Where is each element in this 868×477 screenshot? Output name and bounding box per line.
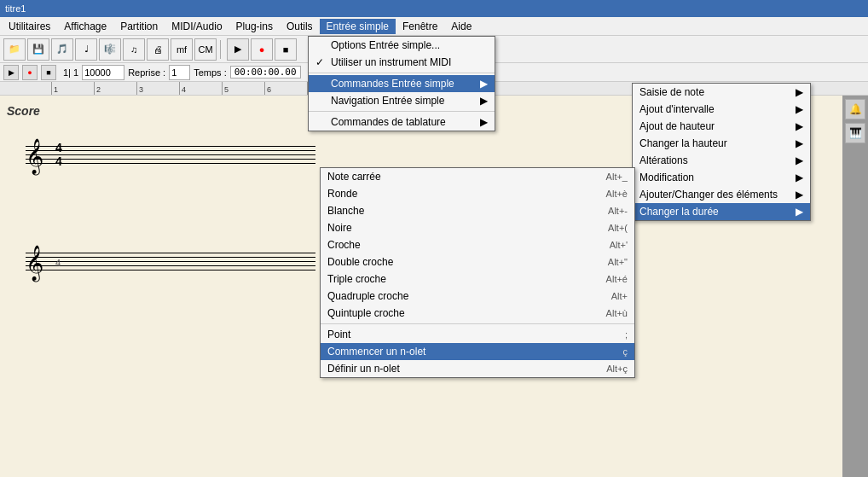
toolbar-btn-8[interactable]: mf <box>171 38 193 61</box>
score-label: Score <box>7 104 40 118</box>
ruler-mark-5: 5 <box>222 82 264 95</box>
sep-1 <box>309 73 495 73</box>
menu-plug-ins[interactable]: Plug-ins <box>229 19 280 34</box>
toolbar-btn-2[interactable]: 💾 <box>27 38 49 61</box>
menu-saisie-note[interactable]: Saisie de note ▶ <box>633 84 810 101</box>
ruler-mark-1: 1 <box>51 82 94 95</box>
temps-label: Temps : <box>194 67 227 78</box>
reprise-label: Reprise : <box>128 67 165 78</box>
menu-triple-croche[interactable]: Triple croche Alt+é <box>321 270 634 288</box>
menu-partition[interactable]: Partition <box>113 19 165 34</box>
menu-changer-duree[interactable]: Changer la durée ▶ <box>633 203 810 220</box>
dropdown-entree-simple: Options Entrée simple... ✓ Utiliser un i… <box>308 36 495 131</box>
menu-commandes-tablature[interactable]: Commandes de tablature ▶ <box>309 113 495 131</box>
arrow-icon-11: ▶ <box>787 206 803 218</box>
menu-commencer-nlet[interactable]: Commencer un n-olet ç <box>321 343 634 360</box>
sep-2 <box>309 111 495 112</box>
arrow-icon-9: ▶ <box>787 172 803 183</box>
menu-blanche[interactable]: Blanche Alt+- <box>321 202 634 219</box>
menu-commandes-entree[interactable]: Commandes Entrée simple ▶ <box>309 75 495 92</box>
menu-bar: Utilitaires Affichage Partition MIDI/Aud… <box>0 17 868 36</box>
ruler-mark-3: 3 <box>136 82 179 95</box>
menu-double-croche[interactable]: Double croche Alt+" <box>321 253 634 270</box>
transport-stop[interactable]: ■ <box>41 65 56 80</box>
menu-utiliser-midi[interactable]: ✓ Utiliser un instrument MIDI <box>309 54 495 71</box>
menu-fenetre[interactable]: Fenêtre <box>396 19 444 34</box>
menu-ajout-hauteur[interactable]: Ajout de hauteur ▶ <box>633 118 810 135</box>
menu-ajouter-changer[interactable]: Ajouter/Changer des éléments ▶ <box>633 186 810 203</box>
toolbar-btn-5[interactable]: 🎼 <box>99 38 121 61</box>
measure-input[interactable] <box>82 65 124 80</box>
scroll-btn-2[interactable]: 🎹 <box>845 123 865 143</box>
menu-ajout-intervalle[interactable]: Ajout d'intervalle ▶ <box>633 101 810 118</box>
arrow-icon-3: ▶ <box>472 116 488 128</box>
menu-options-entree[interactable]: Options Entrée simple... <box>309 37 495 54</box>
title-bar: titre1 <box>0 0 868 17</box>
toolbar-btn-7[interactable]: 🖨 <box>147 38 169 61</box>
dropdown-commandes-entree: Saisie de note ▶ Ajout d'intervalle ▶ Aj… <box>632 83 811 221</box>
arrow-icon-10: ▶ <box>787 189 803 201</box>
menu-affichage[interactable]: Affichage <box>57 19 113 34</box>
transport-rec[interactable]: ● <box>22 65 38 80</box>
toolbar-btn-play[interactable]: ▶ <box>227 38 249 61</box>
menu-entree-simple[interactable]: Entrée simple <box>320 19 396 34</box>
menu-aide[interactable]: Aide <box>444 19 478 34</box>
menu-navigation-entree[interactable]: Navigation Entrée simple ▶ <box>309 92 495 109</box>
ruler-mark-2: 2 <box>94 82 136 95</box>
arrow-icon-2: ▶ <box>472 95 488 107</box>
scroll-btn-1[interactable]: 🔔 <box>845 99 865 119</box>
menu-definir-nlet[interactable]: Définir un n-olet Alt+ç <box>321 360 634 377</box>
right-panel: 🔔 🎹 <box>842 96 868 477</box>
toolbar-sep-1 <box>220 40 223 59</box>
toolbar-btn-1[interactable]: 📁 <box>3 38 26 61</box>
ruler-mark-6: 6 <box>264 82 307 95</box>
toolbar-btn-9[interactable]: CM <box>194 38 217 61</box>
arrow-icon-4: ▶ <box>787 86 803 98</box>
menu-note-carree[interactable]: Note carrée Alt+_ <box>321 168 634 185</box>
menu-quintuple-croche[interactable]: Quintuple croche Alt+ù <box>321 305 634 322</box>
title-text: titre1 <box>5 3 26 14</box>
menu-modification[interactable]: Modification ▶ <box>633 169 810 186</box>
arrow-icon-8: ▶ <box>787 154 803 166</box>
menu-croche[interactable]: Croche Alt+' <box>321 236 634 253</box>
menu-noire[interactable]: Noire Alt+( <box>321 219 634 236</box>
arrow-icon-6: ▶ <box>787 120 803 132</box>
dur-sep-1 <box>321 323 634 324</box>
menu-alterations[interactable]: Altérations ▶ <box>633 152 810 169</box>
dropdown-duree: Note carrée Alt+_ Ronde Alt+è Blanche Al… <box>320 167 635 378</box>
menu-quadruple-croche[interactable]: Quadruple croche Alt+ <box>321 288 634 305</box>
arrow-icon-5: ▶ <box>787 103 803 115</box>
toolbar-btn-4[interactable]: ♩ <box>75 38 97 61</box>
reprise-input[interactable] <box>169 65 190 80</box>
menu-ronde[interactable]: Ronde Alt+è <box>321 185 634 202</box>
toolbar-btn-stop[interactable]: ■ <box>275 38 297 61</box>
toolbar-btn-rec[interactable]: ● <box>251 38 273 61</box>
temps-value: 00:00:00.00 <box>230 66 301 79</box>
menu-outils[interactable]: Outils <box>280 19 320 34</box>
arrow-icon: ▶ <box>472 78 488 90</box>
menu-utilitaires[interactable]: Utilitaires <box>2 19 57 34</box>
toolbar-btn-3[interactable]: 🎵 <box>51 38 73 61</box>
measure-label: 1| 1 <box>63 67 78 78</box>
menu-point[interactable]: Point ; <box>321 326 634 343</box>
menu-midi-audio[interactable]: MIDI/Audio <box>165 19 229 34</box>
arrow-icon-7: ▶ <box>787 137 803 149</box>
menu-changer-hauteur[interactable]: Changer la hauteur ▶ <box>633 135 810 152</box>
ruler-mark-4: 4 <box>179 82 222 95</box>
toolbar-btn-6[interactable]: ♫ <box>123 38 145 61</box>
transport-play[interactable]: ▶ <box>3 65 19 80</box>
